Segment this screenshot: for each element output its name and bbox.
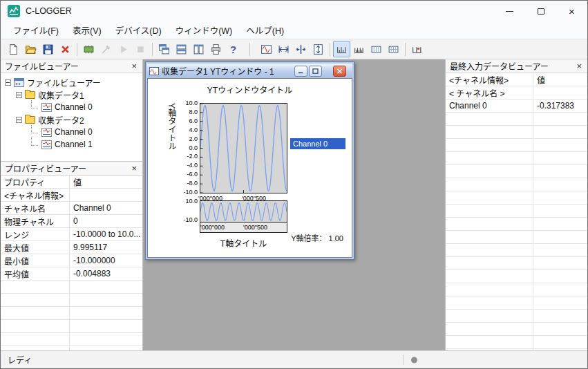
expander-icon[interactable]: [5, 79, 11, 86]
file-viewer-close-icon[interactable]: ×: [130, 62, 138, 70]
y-tick-label: 10.0: [174, 100, 198, 106]
overview-plot[interactable]: '000"000'000"500: [200, 200, 287, 233]
tree-item-label: ファイルビューアー: [27, 77, 101, 88]
last-input-viewer-panel: 最終入力データビューアー × <チャネル情報>値< チャネル名 >Channel…: [445, 59, 587, 350]
expander-icon[interactable]: [16, 117, 22, 123]
statusbar: レディ: [1, 350, 587, 368]
maximize-button[interactable]: [525, 1, 556, 21]
property-row[interactable]: <チャネル情報>: [1, 189, 142, 202]
tree-channel-2-1[interactable]: Channel 0: [1, 126, 142, 138]
yt-close-button[interactable]: [333, 66, 346, 77]
fit-time-axis-icon[interactable]: [275, 41, 292, 57]
property-cell: [1, 294, 70, 306]
property-header-row: プロパティ値: [1, 176, 142, 189]
print-icon[interactable]: [207, 41, 225, 57]
help-icon[interactable]: ?: [225, 41, 242, 57]
save-file-icon[interactable]: [39, 41, 57, 57]
y-tick-label: -6.0: [174, 171, 198, 178]
measure-setup-icon[interactable]: [97, 41, 115, 57]
property-cell: 最大値: [1, 241, 70, 254]
legend-channel-0[interactable]: Channel 0: [290, 138, 345, 149]
property-row[interactable]: 平均値-0.004883: [1, 267, 142, 281]
menu-item-1[interactable]: ファイル(F): [6, 21, 66, 39]
expander-icon[interactable]: [16, 92, 22, 98]
tree-folder-2[interactable]: 収集データ2: [1, 113, 142, 126]
tree-connector: [31, 125, 38, 133]
property-row[interactable]: 物理チャネル0: [1, 215, 142, 228]
last-input-cell: [446, 231, 533, 243]
time-scale-3-icon[interactable]: [368, 41, 385, 57]
property-cell: 平均値: [1, 267, 70, 280]
cascade-windows-icon[interactable]: [155, 41, 173, 57]
menu-item-4[interactable]: ウィンドウ(W): [169, 21, 240, 39]
last-input-cell: [533, 270, 587, 283]
property-row[interactable]: 最大値9.995117: [1, 241, 142, 254]
yt-window[interactable]: 収集データ1 YTウィンドウ - 1 YTウィンドウタイトル Y軸タイトル 10…: [145, 62, 354, 260]
toolbar: ?: [1, 39, 587, 59]
time-scale-1-icon[interactable]: [333, 41, 350, 57]
y-tick-label: 8.0: [174, 108, 198, 115]
menu-item-3[interactable]: デバイス(D): [108, 21, 169, 39]
start-acquisition-icon[interactable]: [115, 41, 132, 57]
tile-vertical-icon[interactable]: [190, 41, 207, 57]
yt-window-titlebar[interactable]: 収集データ1 YTウィンドウ - 1: [147, 64, 352, 78]
new-file-icon[interactable]: [5, 41, 22, 57]
yt-window-icon: [149, 67, 159, 75]
property-cell: [1, 333, 70, 346]
last-input-cell: [533, 126, 587, 138]
tree-item-root[interactable]: ファイルビューアー: [1, 76, 142, 88]
device-setup-icon[interactable]: [80, 41, 97, 57]
time-scale-5-icon[interactable]: [408, 41, 426, 57]
last-input-cell: [446, 126, 533, 138]
last-input-empty-row: [446, 310, 587, 323]
last-input-row[interactable]: Channel 0-0.317383: [446, 100, 587, 113]
last-input-cell: [446, 323, 533, 335]
main-plot[interactable]: [200, 103, 287, 193]
fit-y-axis-icon[interactable]: [310, 41, 327, 57]
property-viewer-panel: プロパティビューアー × プロパティ値<チャネル情報>チャネル名Channel …: [1, 162, 142, 350]
channel-icon: [41, 140, 52, 149]
minimize-button[interactable]: [494, 1, 525, 21]
last-input-cell: [446, 283, 533, 296]
tree-channel-1-1[interactable]: Channel 0: [1, 101, 142, 113]
mdi-area: 収集データ1 YTウィンドウ - 1 YTウィンドウタイトル Y軸タイトル 10…: [143, 59, 445, 350]
menu-item-2[interactable]: 表示(V): [66, 21, 108, 39]
property-viewer-close-icon[interactable]: ×: [130, 164, 138, 173]
time-scale-2-icon[interactable]: [350, 41, 368, 57]
property-row[interactable]: 最小値-10.000000: [1, 254, 142, 267]
property-cell: レンジ: [1, 228, 70, 240]
open-file-icon[interactable]: [22, 41, 39, 57]
tile-horizontal-icon[interactable]: [173, 41, 190, 57]
cursor-icon[interactable]: [292, 41, 310, 57]
property-row[interactable]: チャネル名Channel 0: [1, 202, 142, 215]
tree-channel-2-2[interactable]: Channel 1: [1, 138, 142, 151]
delete-icon[interactable]: [57, 41, 74, 57]
yt-window-title: 収集データ1 YTウィンドウ - 1: [162, 65, 274, 77]
last-input-row[interactable]: < チャネル名 >: [446, 86, 587, 100]
property-cell: [1, 307, 70, 319]
channel-icon: [41, 128, 52, 137]
yt-window-controls: [293, 66, 350, 77]
yt-minimize-button[interactable]: [294, 66, 307, 77]
close-button[interactable]: ×: [556, 1, 587, 21]
last-input-cell: [446, 218, 533, 230]
property-row[interactable]: レンジ-10.0000 to 10.0...: [1, 228, 142, 241]
window-title: C-LOGGER: [26, 6, 72, 16]
property-cell: 0: [70, 215, 142, 227]
y-scale-label: Y軸倍率： 1.00: [291, 232, 343, 243]
last-input-viewer-close-icon[interactable]: ×: [575, 62, 583, 70]
property-empty-row: [1, 281, 142, 294]
yt-maximize-button[interactable]: [309, 66, 322, 77]
last-input-cell: [533, 283, 587, 296]
last-input-cell: [446, 165, 533, 178]
statusbar-divider: [403, 354, 404, 365]
menu-item-5[interactable]: ヘルプ(H): [239, 21, 291, 39]
y-tick-label: 2.0: [174, 135, 198, 142]
stop-acquisition-icon[interactable]: [132, 41, 149, 57]
time-scale-4-icon[interactable]: [385, 41, 402, 57]
overview-wave: [200, 201, 287, 223]
status-text: レディ: [8, 354, 32, 366]
yt-chart-area: YTウィンドウタイトル Y軸タイトル 10.08.06.04.02.00.0-2…: [147, 78, 352, 258]
yt-window-icon[interactable]: [258, 41, 275, 57]
tree-folder-1[interactable]: 収集データ1: [1, 88, 142, 101]
